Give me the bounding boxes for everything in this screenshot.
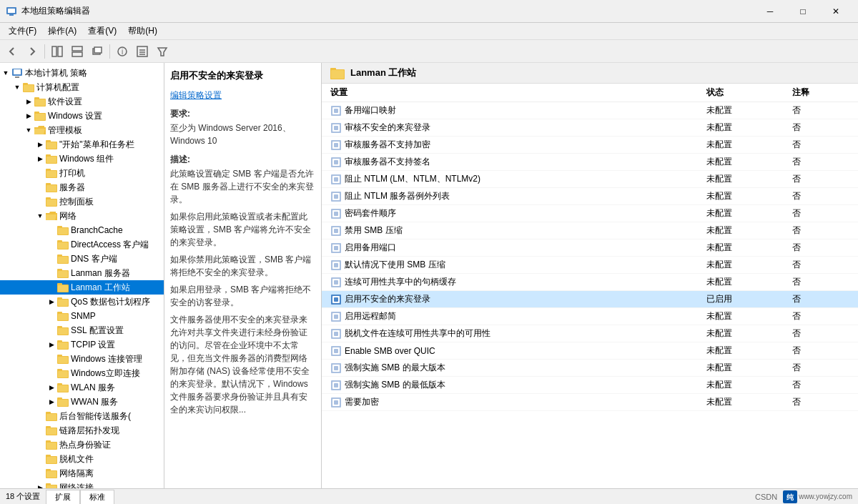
settings-row[interactable]: 脱机文件在连续可用性共享中的可用性未配置否 <box>322 325 858 342</box>
tree-toggle-wlan[interactable]: ▶ <box>46 382 57 393</box>
tab-expand[interactable]: 扩展 <box>46 490 80 504</box>
tree-item-topology[interactable]: 链路层拓扑发现 <box>0 423 164 438</box>
settings-row[interactable]: 连续可用性共享中的句柄缓存未配置否 <box>322 274 858 291</box>
tree-toggle-dns[interactable] <box>46 253 57 265</box>
tree-toggle-startmenu[interactable]: ▶ <box>34 139 46 150</box>
tree-toggle-software[interactable]: ▶ <box>23 96 34 107</box>
tree-item-hotspot[interactable]: 热点身份验证 <box>0 438 164 452</box>
maximize-button[interactable]: □ <box>786 0 819 23</box>
menu-view[interactable]: 查看(V) <box>82 24 122 39</box>
tree-toggle-netiso[interactable] <box>34 468 46 479</box>
tree-item-netiso[interactable]: 网络隔离 <box>0 466 164 480</box>
tree-item-directaccess[interactable]: DirectAccess 客户端 <box>0 237 164 252</box>
settings-row[interactable]: 启用不安全的来宾登录已启用否 <box>322 291 858 308</box>
tree-toggle-network[interactable]: ▼ <box>34 210 46 222</box>
tree-item-software[interactable]: ▶软件设置 <box>0 94 164 109</box>
toolbar-tree-expand[interactable] <box>68 42 87 61</box>
tree-item-qos[interactable]: ▶QoS 数据包计划程序 <box>0 295 164 309</box>
settings-row[interactable]: 默认情况下使用 SMB 压缩未配置否 <box>322 257 858 274</box>
toolbar-sep-2 <box>109 44 110 59</box>
settings-row[interactable]: 阻止 NTLM (LM、NTLM、NTLMv2)未配置否 <box>322 171 858 188</box>
tree-toggle-lanmanserver[interactable] <box>46 267 57 279</box>
tree-item-computer[interactable]: ▼计算机配置 <box>0 80 164 94</box>
tree-toggle-ctrlpanel[interactable] <box>34 196 46 207</box>
menu-help[interactable]: 帮助(H) <box>122 24 163 39</box>
tree-toggle-offline[interactable] <box>34 453 46 465</box>
tree-item-wlan[interactable]: ▶WLAN 服务 <box>0 380 164 395</box>
tree-toggle-snmp[interactable] <box>46 310 57 322</box>
tree-item-bgtrans[interactable]: 后台智能传送服务( <box>0 409 164 423</box>
tree-item-network[interactable]: ▼网络 <box>0 209 164 223</box>
tree-item-wwan[interactable]: ▶WWAN 服务 <box>0 395 164 409</box>
tree-toggle-netlink[interactable]: ▶ <box>34 482 46 488</box>
settings-row[interactable]: 审核服务器不支持加密未配置否 <box>322 137 858 154</box>
toolbar-help[interactable] <box>133 42 152 61</box>
tree-toggle-winsense[interactable] <box>46 367 57 379</box>
tree-toggle-ssl[interactable] <box>46 325 57 336</box>
tree-item-printer[interactable]: 打印机 <box>0 166 164 180</box>
settings-row[interactable]: 审核服务器不支持签名未配置否 <box>322 154 858 171</box>
tree-label-snmp: SNMP <box>71 311 96 321</box>
menu-file[interactable]: 文件(F) <box>3 24 42 39</box>
tree-toggle-root[interactable]: ▼ <box>0 67 11 79</box>
tree-item-lanmanserver[interactable]: Lanman 服务器 <box>0 266 164 280</box>
tree-item-admin[interactable]: ▼管理模板 <box>0 123 164 137</box>
tree-item-windows[interactable]: ▶Windows 设置 <box>0 109 164 123</box>
tree-toggle-netconn[interactable] <box>46 353 57 365</box>
tree-toggle-lanmanws[interactable] <box>46 282 57 293</box>
tree-panel[interactable]: ▼本地计算机 策略▼计算机配置▶软件设置▶Windows 设置▼管理模板▶"开始… <box>0 63 164 488</box>
tree-item-netlink[interactable]: ▶网络连接 <box>0 480 164 488</box>
tree-item-tcpip[interactable]: ▶TCPIP 设置 <box>0 337 164 352</box>
settings-row[interactable]: 禁用 SMB 压缩未配置否 <box>322 222 858 239</box>
tree-item-snmp[interactable]: SNMP <box>0 309 164 323</box>
tree-toggle-admin[interactable]: ▼ <box>23 124 34 136</box>
tree-toggle-wwan[interactable]: ▶ <box>46 396 57 407</box>
toolbar-filter[interactable] <box>153 42 172 61</box>
tree-item-lanmanws[interactable]: Lanman 工作站 <box>0 280 164 295</box>
tree-item-offline[interactable]: 脱机文件 <box>0 452 164 466</box>
tree-toggle-windows[interactable]: ▶ <box>23 110 34 122</box>
tree-item-branchcache[interactable]: BranchCache <box>0 223 164 237</box>
settings-row[interactable]: 启用备用端口未配置否 <box>322 239 858 257</box>
settings-row[interactable]: 启用远程邮简未配置否 <box>322 308 858 325</box>
settings-row[interactable]: 强制实施 SMB 的最低版本未配置否 <box>322 377 858 394</box>
toolbar-forward[interactable] <box>23 42 41 61</box>
tree-toggle-bgtrans[interactable] <box>34 410 46 422</box>
tree-toggle-server[interactable] <box>34 182 46 193</box>
tree-toggle-tcpip[interactable]: ▶ <box>46 339 57 350</box>
settings-row[interactable]: 强制实施 SMB 的最大版本未配置否 <box>322 360 858 377</box>
toolbar-back[interactable] <box>3 42 21 61</box>
settings-row[interactable]: 阻止 NTLM 服务器例外列表未配置否 <box>322 188 858 205</box>
tree-item-winsense[interactable]: Windows立即连接 <box>0 366 164 380</box>
settings-row[interactable]: 需要加密未配置否 <box>322 394 858 411</box>
tree-item-netconn[interactable]: Windows 连接管理 <box>0 352 164 366</box>
tree-label-hotspot: 热点身份验证 <box>59 439 111 451</box>
tree-item-root[interactable]: ▼本地计算机 策略 <box>0 66 164 80</box>
settings-row[interactable]: 备用端口映射未配置否 <box>322 102 858 119</box>
tree-item-wincomp[interactable]: ▶Windows 组件 <box>0 152 164 166</box>
edit-policy-link[interactable]: 编辑策略设置 <box>170 90 222 100</box>
tree-toggle-hotspot[interactable] <box>34 439 46 450</box>
close-button[interactable]: ✕ <box>819 0 852 23</box>
toolbar-properties[interactable]: i <box>113 42 132 61</box>
tree-toggle-topology[interactable] <box>34 425 46 436</box>
toolbar-new-window[interactable] <box>88 42 107 61</box>
tree-toggle-branchcache[interactable] <box>46 224 57 236</box>
tree-item-server[interactable]: 服务器 <box>0 180 164 194</box>
tree-toggle-qos[interactable]: ▶ <box>46 296 57 307</box>
tab-standard[interactable]: 标准 <box>80 490 114 504</box>
settings-row[interactable]: 审核不安全的来宾登录未配置否 <box>322 119 858 137</box>
tree-toggle-directaccess[interactable] <box>46 239 57 250</box>
tree-item-dns[interactable]: DNS 客户端 <box>0 252 164 266</box>
tree-item-ssl[interactable]: SSL 配置设置 <box>0 323 164 337</box>
menu-action[interactable]: 操作(A) <box>42 24 82 39</box>
tree-toggle-printer[interactable] <box>34 167 46 179</box>
tree-toggle-wincomp[interactable]: ▶ <box>34 153 46 164</box>
tree-item-ctrlpanel[interactable]: 控制面板 <box>0 194 164 209</box>
minimize-button[interactable]: ─ <box>754 0 786 23</box>
settings-row[interactable]: Enable SMB over QUIC未配置否 <box>322 342 858 360</box>
settings-row[interactable]: 密码套件顺序未配置否 <box>322 205 858 222</box>
tree-item-startmenu[interactable]: ▶"开始"菜单和任务栏 <box>0 137 164 152</box>
toolbar-show-hide[interactable] <box>48 42 66 61</box>
tree-toggle-computer[interactable]: ▼ <box>11 81 23 93</box>
